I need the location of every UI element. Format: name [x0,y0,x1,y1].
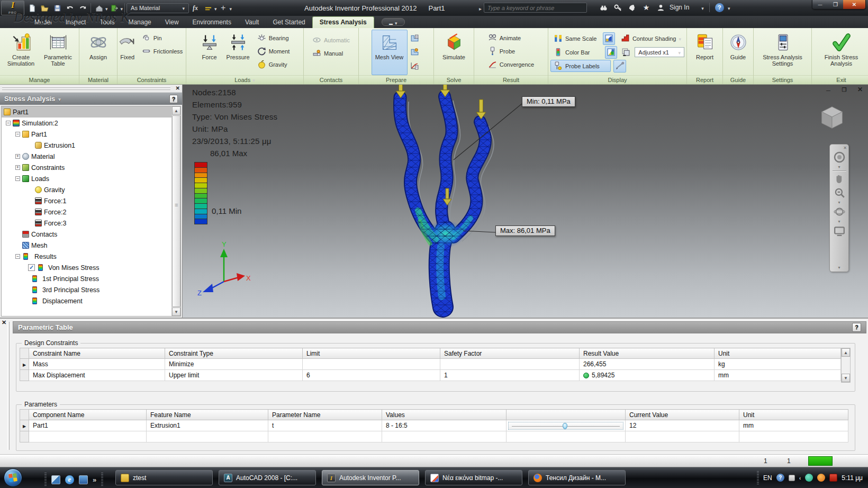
restore-button[interactable] [828,0,843,9]
new-file-button[interactable] [25,2,38,14]
favorites-button[interactable]: ★ [641,3,652,12]
appearance-button[interactable] [202,2,214,14]
browser-dock-grip[interactable] [0,85,182,93]
display-maximum-button[interactable] [603,32,615,45]
tree-item-force3[interactable]: Force:3 [2,218,180,229]
browser-scrollbar[interactable] [171,106,180,316]
parametric-table-button[interactable]: Parametric Table [40,30,76,75]
stress-model-canvas[interactable]: Y X Z [183,85,868,318]
print-button[interactable] [93,2,105,14]
parametric-table-header[interactable]: Parametric Table [13,321,866,333]
finish-stress-analysis-button[interactable]: Finish Stress Analysis [814,30,868,75]
panel-label-result[interactable]: Result [474,75,548,84]
tab-get-started[interactable]: Get Started [266,17,312,28]
panel-close-icon[interactable] [2,319,6,326]
color-bar-button[interactable]: Color Bar [550,46,602,58]
tab-view[interactable]: View [158,17,186,28]
add-tool-button[interactable]: + [217,2,230,14]
appearance-dropdown[interactable] [214,3,217,13]
automatic-contacts-button[interactable]: Automatic [309,34,353,46]
col-unit[interactable]: Unit [715,348,841,359]
panel-label-contacts[interactable]: Contacts [304,75,358,84]
steering-wheel-button[interactable] [831,150,847,164]
tree-item-material[interactable]: Material [2,151,180,162]
panel-label-settings[interactable]: Settings [754,75,811,84]
print-dropdown[interactable] [105,3,108,13]
redo-button[interactable] [76,2,89,14]
sign-in-avatar[interactable] [655,3,666,12]
shaded-results-button[interactable] [613,60,626,73]
return-button[interactable] [108,2,121,14]
animate-button[interactable]: Animate [485,32,537,44]
tray-collapse-chevron[interactable]: ‹ [799,475,801,481]
tree-item-simulation[interactable]: Simulation:2 [2,118,180,129]
adjusted-displacement-icon-button[interactable] [620,46,632,59]
undo-button[interactable] [64,2,76,14]
tab-stress-analysis[interactable]: Stress Analysis [312,16,374,28]
tree-item-results[interactable]: Results [2,251,180,262]
orbit-dropdown-icon[interactable] [838,219,840,224]
col-component-name[interactable]: Component Name [29,410,147,420]
expander-icon[interactable] [15,154,20,159]
window-switcher-icon[interactable] [79,475,88,484]
panel-label-constraints[interactable]: Constraints [117,75,186,84]
taskbar-button-firefox[interactable]: Тенсил Дизайн - M... [528,470,626,485]
panel-label-guide[interactable]: Guide [723,75,753,84]
tab-inspect[interactable]: Inspect [59,17,93,28]
moment-load-button[interactable]: Moment [254,45,293,57]
toolbar-overflow-chevron[interactable]: » [93,476,96,484]
open-file-button[interactable] [38,2,51,14]
tab-model[interactable]: Model [28,17,59,28]
tree-item-part1[interactable]: Part1 [2,129,180,140]
navbar-close-icon[interactable] [843,146,847,150]
bearing-load-button[interactable]: Bearing [254,32,293,44]
expander-icon[interactable] [15,132,20,137]
local-mesh-control-button[interactable] [409,46,421,58]
parameter-row-t[interactable]: Part1 Extrusion1 t 8 - 16:5 12 mm [20,420,848,431]
tree-item-1st-principal[interactable]: 1st Principal Stress [2,273,180,284]
tree-item-constraints[interactable]: Constraints [2,162,180,173]
tree-item-3rd-principal[interactable]: 3rd Principal Stress [2,284,180,295]
assign-material-button[interactable]: Assign [82,30,115,75]
help-dropdown[interactable] [728,3,730,12]
mesh-settings-button[interactable] [409,32,421,44]
panel-label-display[interactable]: Display [548,75,686,84]
scrollbar-thumb[interactable] [172,115,180,307]
look-at-button[interactable] [831,224,847,238]
tray-app-icon-orange[interactable] [817,474,825,482]
zoom-dropdown-icon[interactable] [838,200,840,205]
doc-minimize-button[interactable] [825,86,832,93]
tree-item-contacts[interactable]: Contacts [2,229,180,240]
scroll-down-icon[interactable] [172,308,180,316]
subscription-button[interactable] [612,3,623,12]
min-probe-label[interactable]: Min: 0,11 MPa [522,96,575,107]
minimize-button[interactable] [812,0,828,9]
convergence-button[interactable]: Convergence [485,58,537,70]
search-history-arrow[interactable] [479,3,482,13]
probe-labels-button[interactable]: Probe Labels [550,60,611,72]
report-button[interactable]: Report [689,30,720,75]
tree-item-force1[interactable]: Force:1 [2,195,180,206]
tree-item-mesh[interactable]: Mesh [2,240,180,251]
gravity-load-button[interactable]: Gravity [254,58,293,70]
expander-icon[interactable] [15,165,20,170]
slider-thumb-icon[interactable] [563,423,567,429]
close-button[interactable] [843,0,865,9]
start-button[interactable] [4,468,22,487]
tree-item-part1-root[interactable]: Part1 [2,106,180,118]
scroll-down-icon[interactable] [842,374,850,382]
browser-header[interactable]: Stress Analysis [0,93,182,105]
doc-close-button[interactable] [856,86,864,93]
save-button[interactable] [51,2,64,14]
tray-help-icon[interactable]: ? [776,474,784,482]
col-constraint-name[interactable]: Constraint Name [29,348,165,359]
panel-dock-grip[interactable] [7,322,10,450]
adjusted-displacement-combo[interactable]: Adjusted x1 [635,47,684,57]
tree-item-force2[interactable]: Force:2 [2,206,180,218]
display-colors-button[interactable] [605,46,617,59]
frictionless-constraint-button[interactable]: Frictionless [139,45,186,57]
pressure-load-button[interactable]: Pressure [223,30,253,75]
tree-item-gravity[interactable]: Gravity [2,184,180,195]
internet-explorer-icon[interactable]: e [65,475,74,484]
parameter-row-empty[interactable] [20,431,848,442]
